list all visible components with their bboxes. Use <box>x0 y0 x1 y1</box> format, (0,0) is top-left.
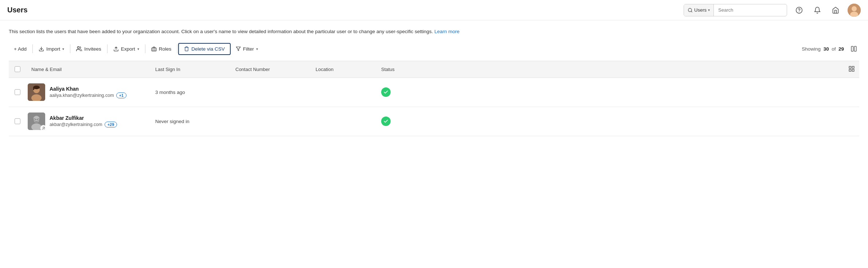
svg-point-29 <box>34 121 39 123</box>
svg-point-30 <box>43 127 44 128</box>
help-icon <box>795 7 803 14</box>
bell-icon <box>814 7 821 14</box>
app-header: Users Users ▾ <box>0 0 868 20</box>
columns-icon <box>851 46 857 52</box>
showing-prefix: Showing <box>802 46 821 52</box>
check-icon-1 <box>383 90 388 95</box>
toolbar-separator-2 <box>70 44 70 53</box>
import-button[interactable]: Import ▾ <box>34 44 69 54</box>
user-name-1[interactable]: Aaliya Khan <box>50 86 126 92</box>
search-scope-label: Users <box>694 7 707 13</box>
last-sign-in-1: 3 months ago <box>152 85 232 99</box>
user-avatar[interactable] <box>848 4 861 17</box>
svg-rect-16 <box>849 69 851 71</box>
last-sign-in-2: Never signed in <box>152 114 232 129</box>
user-avatar-1 <box>28 83 45 101</box>
roles-label: Roles <box>159 46 172 52</box>
empty-1 <box>443 88 845 96</box>
users-table: Name & Email Last Sign In Contact Number… <box>9 61 859 136</box>
status-cell-2 <box>378 112 443 130</box>
invitees-icon <box>76 46 82 52</box>
status-active-2 <box>381 117 391 126</box>
description-text: This section lists the users that have b… <box>9 29 433 34</box>
header-location: Location <box>312 62 378 76</box>
row-actions-2 <box>845 117 859 126</box>
home-icon <box>832 7 839 14</box>
learn-more-link[interactable]: Learn more <box>434 29 460 34</box>
import-chevron: ▾ <box>62 47 64 51</box>
showing-of: of <box>832 46 836 52</box>
user-info-2: Akbar Zulfikar akbar@zylkertraining.com … <box>50 115 117 127</box>
svg-point-5 <box>852 6 857 11</box>
contact-number-2 <box>232 117 312 126</box>
avatar-svg <box>848 4 861 17</box>
check-icon-2 <box>383 119 388 124</box>
search-scope-selector[interactable]: Users ▾ <box>684 4 714 16</box>
notifications-button[interactable] <box>811 4 824 16</box>
filter-chevron: ▾ <box>256 47 258 51</box>
svg-point-8 <box>78 47 79 48</box>
table-row: Aaliya Khan aaliya.khan@zylkertraining.c… <box>9 78 859 107</box>
add-button[interactable]: + Add <box>9 44 32 54</box>
svg-rect-15 <box>852 66 854 68</box>
export-chevron: ▾ <box>137 47 139 51</box>
svg-rect-10 <box>152 48 156 51</box>
header-last-sign-in: Last Sign In <box>152 62 232 76</box>
page-title: Users <box>7 6 28 14</box>
svg-rect-22 <box>33 87 34 90</box>
table-settings-icon[interactable] <box>848 66 855 72</box>
search-bar: Users ▾ <box>684 4 787 16</box>
search-input[interactable] <box>714 7 787 13</box>
table-row: Akbar Zulfikar akbar@zylkertraining.com … <box>9 107 859 136</box>
row-checkbox-1 <box>9 89 28 95</box>
toolbar-separator-5 <box>177 44 177 53</box>
export-label: Export <box>121 46 135 52</box>
user-cell-1: Aaliya Khan aaliya.khan@zylkertraining.c… <box>28 79 152 105</box>
svg-rect-14 <box>849 66 851 68</box>
invitees-button[interactable]: Invitees <box>71 43 106 54</box>
location-2 <box>312 117 378 126</box>
filter-icon <box>236 46 241 51</box>
showing-value: 30 <box>824 46 829 52</box>
toolbar: + Add Import ▾ Invitees Export ▾ Roles D… <box>9 43 859 55</box>
avatar-placeholder-1 <box>28 83 45 101</box>
user-avatar-2 <box>28 113 45 130</box>
contact-number-1 <box>232 88 312 96</box>
user-badge-1[interactable]: +1 <box>116 92 127 98</box>
filter-label: Filter <box>243 46 254 52</box>
row-1-checkbox[interactable] <box>15 89 20 95</box>
help-button[interactable] <box>793 4 805 16</box>
import-label: Import <box>46 46 60 52</box>
row-2-checkbox[interactable] <box>15 118 20 124</box>
user-email-row-1: aaliya.khan@zylkertraining.com +1 <box>50 92 126 98</box>
select-all-checkbox[interactable] <box>15 66 20 72</box>
header-contact-number: Contact Number <box>232 62 312 76</box>
home-button[interactable] <box>829 4 842 16</box>
filter-button[interactable]: Filter ▾ <box>231 44 263 54</box>
trash-icon <box>184 46 189 51</box>
header-right: Users ▾ <box>684 4 861 17</box>
page-content: This section lists the users that have b… <box>0 20 868 136</box>
role-svg-icon <box>42 126 46 130</box>
toolbar-separator-1 <box>32 44 33 53</box>
user-email-1: aaliya.khan@zylkertraining.com <box>50 93 114 98</box>
empty-2 <box>443 117 845 126</box>
user-email-row-2: akbar@zylkertraining.com +29 <box>50 122 117 127</box>
roles-button[interactable]: Roles <box>146 44 177 54</box>
table-header: Name & Email Last Sign In Contact Number… <box>9 61 859 78</box>
status-cell-1 <box>378 83 443 101</box>
svg-rect-17 <box>852 69 854 71</box>
export-button[interactable]: Export ▾ <box>108 44 144 54</box>
user-badge-2[interactable]: +29 <box>105 122 117 127</box>
header-empty <box>443 65 845 74</box>
user-name-2[interactable]: Akbar Zulfikar <box>50 115 117 121</box>
columns-button[interactable] <box>848 44 859 54</box>
chevron-down-icon: ▾ <box>708 8 710 12</box>
header-left: Users <box>7 6 28 14</box>
invitees-label: Invitees <box>84 46 101 52</box>
toolbar-separator-3 <box>107 44 107 53</box>
export-icon <box>113 46 119 52</box>
user-email-2: akbar@zylkertraining.com <box>50 122 102 127</box>
svg-line-1 <box>691 11 692 12</box>
delete-csv-button[interactable]: Delete via CSV <box>178 43 231 55</box>
